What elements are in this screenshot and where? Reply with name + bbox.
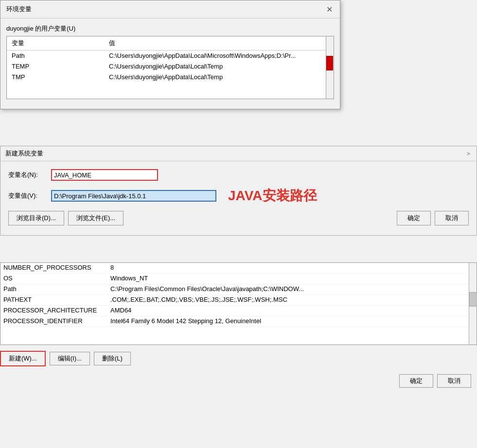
var-value-input[interactable] — [51, 190, 216, 202]
sys-vars-buttons: 新建(W)... 编辑(I)... 删除(L) — [0, 349, 477, 370]
var-cell: Path — [9, 51, 106, 61]
sys-scroll-thumb[interactable] — [469, 292, 476, 307]
table-row[interactable]: PROCESSOR_ARCHITECTURE AMD64 — [0, 306, 477, 316]
scrollbar[interactable] — [326, 36, 334, 99]
val-col-header: 值 — [106, 37, 332, 49]
env-dialog: 环境变量 ✕ duyongjie 的用户变量(U) 变量 值 Path C:\U… — [0, 0, 340, 109]
scroll-thumb[interactable] — [326, 56, 333, 70]
bottom-confirm-row: 确定 取消 — [0, 370, 477, 392]
user-vars-table: 变量 值 Path C:\Users\duyongjie\AppData\Loc… — [6, 36, 334, 99]
user-vars-label: duyongjie 的用户变量(U) — [6, 24, 334, 33]
val-cell: 8 — [107, 263, 477, 273]
val-cell: C:\Users\duyongjie\AppData\Local\Microso… — [106, 51, 332, 61]
var-cell: NUMBER_OF_PROCESSORS — [0, 263, 107, 273]
expand-icon[interactable]: ＞ — [465, 149, 472, 158]
browse-dir-button[interactable]: 浏览目录(D)... — [8, 211, 64, 225]
env-dialog-title: 环境变量 — [6, 5, 32, 14]
new-sys-var-button[interactable]: 新建(W)... — [0, 351, 46, 366]
var-cell: Path — [0, 284, 107, 294]
var-cell: PROCESSOR_ARCHITECTURE — [0, 306, 107, 316]
system-vars-table: NUMBER_OF_PROCESSORS 8 OS Windows_NT Pat… — [0, 262, 477, 345]
val-cell: Windows_NT — [107, 274, 477, 284]
var-value-row: 变量值(V): JAVA安装路径 — [8, 187, 469, 205]
user-vars-header: 变量 值 — [7, 36, 334, 51]
val-cell: AMD64 — [107, 306, 477, 316]
java-path-label: JAVA安装路径 — [228, 187, 317, 205]
table-row[interactable]: NUMBER_OF_PROCESSORS 8 — [0, 263, 477, 274]
sys-scrollbar[interactable] — [469, 263, 477, 345]
edit-sys-var-button[interactable]: 编辑(I)... — [50, 352, 90, 365]
final-confirm-button[interactable]: 确定 — [399, 374, 433, 388]
val-cell: Intel64 Family 6 Model 142 Stepping 12, … — [107, 316, 477, 327]
env-dialog-titlebar: 环境变量 ✕ — [0, 0, 340, 18]
var-cell: TEMP — [9, 62, 106, 71]
new-var-dialog: 新建系统变量 ＞ 变量名(N): 变量值(V): JAVA安装路径 浏览目录(D… — [0, 146, 477, 236]
final-cancel-button[interactable]: 取消 — [437, 374, 471, 388]
table-row[interactable]: Path C:\Program Files\Common Files\Oracl… — [0, 284, 477, 295]
var-col-header: 变量 — [9, 37, 106, 49]
var-name-row: 变量名(N): — [8, 169, 469, 181]
delete-sys-var-button[interactable]: 删除(L) — [94, 352, 131, 365]
table-row[interactable]: Path C:\Users\duyongjie\AppData\Local\Mi… — [7, 51, 334, 61]
val-cell: C:\Users\duyongjie\AppData\Local\Temp — [106, 72, 332, 82]
table-row[interactable]: TMP C:\Users\duyongjie\AppData\Local\Tem… — [7, 72, 334, 83]
var-name-input[interactable] — [51, 169, 158, 181]
table-row[interactable]: PATHEXT .COM;.EXE;.BAT;.CMD;.VBS;.VBE;.J… — [0, 295, 477, 306]
new-var-titlebar: 新建系统变量 ＞ — [0, 146, 477, 161]
new-var-confirm-button[interactable]: 确定 — [397, 211, 431, 225]
table-row[interactable]: OS Windows_NT — [0, 274, 477, 284]
new-var-cancel-button[interactable]: 取消 — [435, 211, 469, 225]
system-vars-section: NUMBER_OF_PROCESSORS 8 OS Windows_NT Pat… — [0, 262, 477, 392]
close-icon[interactable]: ✕ — [324, 4, 334, 14]
val-cell: .COM;.EXE;.BAT;.CMD;.VBS;.VBE;.JS;.JSE;.… — [107, 295, 477, 305]
env-dialog-content: duyongjie 的用户变量(U) 变量 值 Path C:\Users\du… — [0, 18, 340, 109]
action-buttons: 浏览目录(D)... 浏览文件(E)... 确定 取消 — [8, 211, 469, 225]
var-value-label: 变量值(V): — [8, 191, 47, 200]
table-row[interactable]: TEMP C:\Users\duyongjie\AppData\Local\Te… — [7, 61, 334, 72]
browse-file-button[interactable]: 浏览文件(E)... — [68, 211, 124, 225]
val-cell: C:\Users\duyongjie\AppData\Local\Temp — [106, 62, 332, 71]
val-cell: C:\Program Files\Common Files\Oracle\Jav… — [107, 284, 477, 294]
var-cell: PROCESSOR_IDENTIFIER — [0, 316, 107, 327]
table-row[interactable]: PROCESSOR_IDENTIFIER Intel64 Family 6 Mo… — [0, 316, 477, 327]
var-cell: PATHEXT — [0, 295, 107, 305]
new-var-content: 变量名(N): 变量值(V): JAVA安装路径 浏览目录(D)... 浏览文件… — [0, 161, 477, 235]
var-cell: TMP — [9, 72, 106, 82]
new-var-dialog-title: 新建系统变量 — [5, 149, 43, 158]
var-name-label: 变量名(N): — [8, 171, 47, 179]
var-cell: OS — [0, 274, 107, 284]
